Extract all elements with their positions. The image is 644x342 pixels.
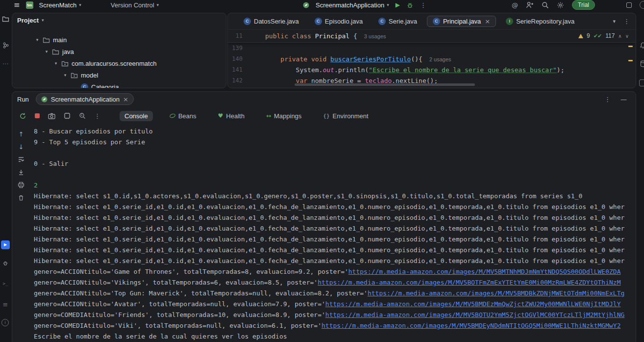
hamburger-menu-icon[interactable]: ≡: [14, 1, 20, 9]
search-everywhere-icon[interactable]: [542, 1, 549, 9]
memory-icon[interactable]: [64, 112, 71, 119]
tab-episodio[interactable]: C Episodio.java: [309, 16, 369, 27]
prev-problem-icon[interactable]: ∧: [618, 33, 621, 39]
tab-serierepository[interactable]: I SerieRepository.java: [500, 16, 580, 27]
chevron-down-icon[interactable]: ▾: [613, 18, 616, 25]
usages-inlay-hint[interactable]: 2 usages: [429, 56, 451, 62]
console-line: 9 - Top 5 episodios por Serie: [34, 138, 635, 149]
run-button[interactable]: ▶: [396, 2, 400, 8]
project-switcher[interactable]: ScreenMatch ▾: [39, 1, 81, 9]
poster-url-link[interactable]: https://m.media-amazon.com/images/M/MV5B…: [325, 300, 621, 308]
next-problem-icon[interactable]: ∨: [625, 33, 629, 39]
chevron-down-icon[interactable]: ▾: [44, 49, 49, 54]
tree-item-package[interactable]: ▾ com.aluracursos.screenmatch: [12, 57, 226, 69]
run-toolwindow-icon[interactable]: ▶: [1, 240, 10, 249]
debug-toolwindow-icon[interactable]: [1, 259, 9, 267]
tab-console[interactable]: Console: [120, 111, 153, 121]
debug-button[interactable]: [406, 1, 414, 9]
usages-inlay-hint[interactable]: 3 usages: [364, 33, 386, 39]
up-arrow-icon[interactable]: ↑: [17, 130, 25, 138]
tab-label: Mappings: [274, 112, 301, 120]
problems-toolwindow-icon[interactable]: i: [1, 319, 9, 326]
rerun-icon[interactable]: [19, 112, 26, 120]
tab-principal[interactable]: C Principal.java ×: [427, 16, 496, 27]
version-control-menu[interactable]: Version Control ▾: [111, 1, 159, 9]
tab-health[interactable]: ♥ Health: [213, 111, 249, 121]
check-icon: ✔: [597, 33, 602, 39]
stop-icon[interactable]: [35, 113, 40, 118]
at-icon[interactable]: @: [512, 2, 518, 8]
run-options-icon[interactable]: ⋮: [604, 96, 611, 103]
code-area[interactable]: 139 140 private void buscarSeriesPorTitu…: [228, 43, 636, 86]
class-icon: C: [315, 18, 322, 25]
poster-url-link[interactable]: https://m.media-amazon.com/images/M/MV5B…: [325, 311, 624, 318]
line-number[interactable]: 139: [228, 45, 243, 52]
notifications-bell-icon[interactable]: [639, 41, 644, 49]
tabs-overflow-controls: ▾ ⋮: [613, 18, 630, 25]
poster-url-link[interactable]: https://m.media-amazon.com/images/M/MV5B…: [368, 289, 624, 297]
poster-url-link[interactable]: https://m.media-amazon.com/images/M/MV5B…: [322, 322, 620, 329]
more-toolwindows-icon[interactable]: ⋯: [1, 60, 9, 68]
console-user-input: 2: [34, 182, 635, 192]
clear-console-trash-icon[interactable]: [17, 194, 25, 202]
poster-url-link[interactable]: https://m.media-amazon.com/images/M/MV5B…: [318, 279, 620, 286]
todo-toolwindow-icon[interactable]: ≡: [1, 300, 9, 308]
tree-item-java[interactable]: ▾ java: [12, 46, 226, 57]
run-configuration-select[interactable]: ScreenmatchApplication ▾: [316, 1, 389, 9]
tab-serie[interactable]: C Serie.java: [372, 16, 423, 27]
print-icon[interactable]: [17, 181, 25, 189]
line-number[interactable]: 11: [228, 32, 243, 39]
project-toolwindow-icon[interactable]: [1, 15, 9, 23]
database-toolwindow-icon[interactable]: [639, 60, 644, 68]
tree-item-categoria[interactable]: C Categoria: [12, 81, 226, 88]
warning-stripe-mark[interactable]: [628, 46, 633, 47]
terminal-toolwindow-icon[interactable]: >_: [1, 280, 9, 288]
code-line[interactable]: 141 System.out.println("Escribe el nombr…: [228, 64, 636, 75]
line-number[interactable]: 140: [228, 55, 243, 62]
line-number[interactable]: 141: [228, 66, 243, 73]
project-panel-header[interactable]: Project ▾: [12, 13, 226, 27]
tab-mappings[interactable]: ↔ Mappings: [261, 111, 306, 121]
tree-item-model[interactable]: ▾ model: [12, 69, 226, 81]
console-output[interactable]: 8 - Buscar episodios por titulo 9 - Top …: [34, 126, 635, 342]
profiler-icon[interactable]: [79, 112, 86, 119]
code-with-me-icon[interactable]: [526, 1, 534, 8]
toolbar-more-icon[interactable]: ⋮: [94, 112, 100, 120]
chevron-down-icon[interactable]: ▾: [53, 61, 58, 66]
method-name[interactable]: buscarSeriesPorTitulo: [330, 55, 411, 63]
camera-snapshot-icon[interactable]: [48, 113, 55, 119]
tab-beans[interactable]: Beans: [165, 111, 201, 121]
scroll-to-end-icon[interactable]: [17, 168, 25, 176]
trial-badge[interactable]: Trial: [572, 0, 595, 10]
poster-url-link[interactable]: https://m.media-amazon.com/images/M/MV5B…: [348, 268, 621, 275]
close-session-icon[interactable]: ×: [123, 96, 128, 103]
close-tab-icon[interactable]: ×: [485, 18, 490, 25]
gradle-toolwindow-icon[interactable]: [639, 79, 644, 86]
line-number[interactable]: 142: [228, 77, 243, 84]
more-run-options-icon[interactable]: ⋮: [420, 2, 426, 8]
soft-wrap-icon[interactable]: [17, 156, 25, 163]
sticky-code-line[interactable]: 11 public class Principal {3 usages 9 ✔ …: [228, 29, 636, 43]
hide-panel-icon[interactable]: —: [620, 96, 627, 103]
tab-environment[interactable]: {} Environment: [318, 111, 373, 121]
settings-gear-icon[interactable]: [557, 1, 564, 9]
tab-datosserie[interactable]: C DatosSerie.java: [238, 16, 305, 27]
window-restore-icon[interactable]: [626, 2, 632, 8]
code-line[interactable]: 139: [228, 43, 636, 53]
code-line[interactable]: 140 private void buscarSeriesPorTitulo()…: [228, 53, 636, 64]
editor-options-icon[interactable]: ⋮: [623, 18, 630, 25]
run-session-tab[interactable]: ScreenmatchApplication ×: [36, 93, 134, 105]
version-control-toolwindow-icon[interactable]: [1, 41, 9, 49]
tree-item-main[interactable]: ▾ main: [12, 34, 226, 46]
down-arrow-icon[interactable]: ↓: [17, 143, 25, 151]
inspections-widget[interactable]: 9 ✔ ✔ 117 ∧ ∨: [578, 32, 629, 39]
code-text[interactable]: public class Principal {3 usages: [243, 32, 386, 40]
code-rest: .println(: [334, 66, 369, 74]
left-toolwindow-stripe: ⋯ ▶ >_ ≡ i: [0, 0, 11, 342]
warning-stripe-mark[interactable]: [628, 60, 633, 61]
chevron-down-icon[interactable]: ▾: [63, 73, 68, 78]
chevron-down-icon[interactable]: ▾: [35, 37, 40, 42]
horizontal-scrollbar[interactable]: [295, 83, 475, 86]
run-view-tabs: Console Beans ♥ Health ↔ Mappings {} Env…: [120, 111, 373, 121]
clipped-toolbar-icon: [640, 1, 644, 9]
